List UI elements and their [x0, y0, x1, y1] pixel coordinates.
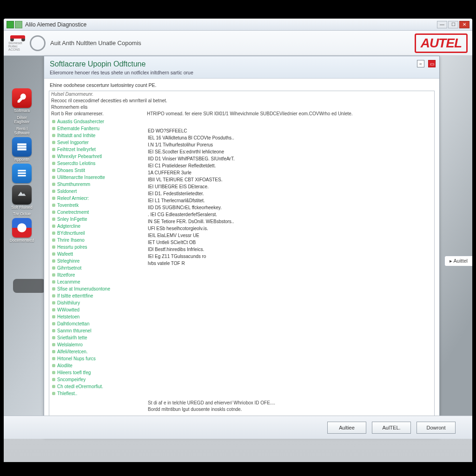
- tree-item[interactable]: Auastis Gndsashercter: [49, 118, 434, 125]
- tree-item-label: Ihittatdt and Inthite: [57, 132, 95, 139]
- sidebar: SoltmaraDilser EagllsterRenti l Sdftware…: [6, 88, 38, 243]
- tree-item[interactable]: Dishithilury: [49, 299, 434, 306]
- tree-item[interactable]: Hileers toefl tfeg: [49, 369, 434, 376]
- button-download[interactable]: Dowront: [416, 422, 456, 434]
- detail-line: IEL 16 VAllidtetuna Bl CCOVte Posduths..: [148, 134, 431, 141]
- detail-line: IEI UI'IBEGRE EIS DEterace.: [148, 183, 431, 190]
- after-detail-1: St di af e in telchle UREGD and ehierver…: [49, 400, 434, 406]
- panel-action-icon[interactable]: ≈: [417, 60, 424, 67]
- tree-item-label: Sfise at Imunerudsontone: [57, 285, 110, 292]
- tree-item[interactable]: Alodlite: [49, 362, 434, 369]
- tree-item-label: Ulilttenarctte Insereotte: [57, 174, 105, 181]
- bullet-icon: [52, 378, 55, 381]
- tree-item[interactable]: Iltzetfore: [49, 271, 434, 278]
- bullet-icon: [52, 266, 55, 270]
- tree-item-label: If tsltte etterrttfine: [57, 292, 93, 299]
- tree-item[interactable]: Ch otedl eOrermorfiut.: [49, 383, 434, 390]
- bullet-icon: [52, 127, 55, 130]
- titlebar: Alilo Alemed Diagnostice — ☐ ✕: [4, 19, 472, 31]
- tree-item-label: Strleghinre: [57, 258, 79, 264]
- update-list-scroll[interactable]: Hulsel Damormeunr. Recooc ril cexecodime…: [49, 91, 434, 433]
- sidebar-item-soft-related[interactable]: Solt Rluised: [9, 185, 34, 210]
- bullet-icon: [52, 336, 55, 339]
- after-detail-2: Bordd mItntibun lgut duosente inoskls co…: [49, 406, 434, 415]
- tree-item-label: WWowtted: [57, 306, 79, 313]
- tree-item-label: Releof Armiecr:: [57, 195, 89, 202]
- bullet-icon: [52, 225, 55, 228]
- close-button[interactable]: ✕: [459, 21, 469, 28]
- sidebar-item-label: Rppontn: [14, 158, 29, 162]
- bullet-icon: [52, 308, 55, 311]
- soft-related-icon: [12, 185, 32, 205]
- tree-item-label: Wafeett: [57, 251, 73, 258]
- button-bar: Aultiee AulTEL. Dowront: [4, 416, 472, 439]
- bullet-icon: [52, 169, 55, 172]
- tree-item[interactable]: Sncompeirfey: [49, 376, 434, 383]
- bullet-icon: [52, 329, 55, 332]
- sidebar-item-reputation[interactable]: Rppontn: [9, 137, 34, 162]
- detail-line: IBII VL TEIRURE CBT XIFOASTES.: [148, 176, 431, 183]
- app-logo-label: Stomeset Rotlec ACONS: [8, 41, 27, 51]
- tree-item[interactable]: Sfise at Imunerudsontone: [49, 285, 434, 292]
- detail-line: IEI D1. Fedestlsteriietedter.: [148, 190, 431, 197]
- tree-item[interactable]: Hetstetoen: [49, 313, 434, 320]
- bullet-icon: [52, 148, 55, 151]
- tree-item[interactable]: Sanmn thturenel: [49, 327, 434, 334]
- tree-item-label: Sanmn thturenel: [57, 327, 91, 334]
- detail-column: ED WO?SFFEELCIEL 16 VAllidtetuna Bl CCOV…: [148, 127, 431, 267]
- panel-close-icon[interactable]: ▭: [428, 60, 436, 67]
- app-logo-icon: Stomeset Rotlec ACONS: [8, 35, 27, 51]
- sidebar-item-label: Soltmara: [14, 109, 30, 113]
- tree-item[interactable]: Dalhtlomctettan: [49, 320, 434, 327]
- tree-item-label: Hessrtu polres: [57, 244, 87, 251]
- bullet-icon: [52, 343, 55, 346]
- tree-item[interactable]: Srietfairlh tette: [49, 334, 434, 341]
- update-panel: Softlacrare Upopin Odftctune Elieromore …: [44, 56, 440, 437]
- window-title: Alilo Alemed Diagnostice: [25, 21, 86, 28]
- tree-item[interactable]: If tsltte etterrttfine: [49, 292, 434, 299]
- tree-item-label: BYdtncrtlureil: [57, 230, 85, 237]
- sidebar-item-software[interactable]: Soltmara: [9, 88, 34, 113]
- bullet-icon: [52, 294, 55, 298]
- button-autel-2[interactable]: AulTEL.: [372, 422, 411, 434]
- detail-line: IEI SE.Scodter Es:ednrthl lehlicteone: [148, 148, 431, 155]
- sidebar-item-bent-software[interactable]: Renti l Sdftware: [9, 126, 34, 135]
- sidebar-item-tor-active[interactable]: Tnr Octue: [9, 211, 34, 216]
- tree-item-label: Ethematde Fanlterru: [57, 125, 99, 132]
- bullet-icon: [52, 231, 55, 235]
- minimize-button[interactable]: —: [437, 21, 447, 28]
- sidebar-item-list[interactable]: [9, 164, 34, 183]
- bullet-icon: [52, 134, 55, 137]
- button-autel-1[interactable]: Aultiee: [327, 422, 366, 434]
- sidebar-item-documented[interactable]: Docementecd: [9, 218, 34, 243]
- tree-item[interactable]: Welslalemro: [49, 341, 434, 348]
- sidebar-item-label: Solt Rluised: [11, 205, 32, 210]
- maximize-button[interactable]: ☐: [448, 21, 458, 28]
- tree-item[interactable]: Lecanmme: [49, 278, 434, 285]
- bullet-icon: [52, 280, 55, 284]
- detail-line: IN SE Tetiore FER. DsOnill. WEBsbstors..: [148, 218, 431, 225]
- sidebar-item-driver-register[interactable]: Dilser Eagllster: [9, 115, 34, 124]
- svg-rect-2: [17, 148, 26, 150]
- bullet-icon: [52, 392, 55, 395]
- pair-right: HTRIPO vomead. fer eiere SUR I0I01/1 Wih…: [145, 111, 355, 117]
- detail-line: IEI Eg Z11 TGulssacunds ro: [148, 253, 431, 260]
- tree-item-label: Sncompeirfey: [57, 376, 86, 383]
- tree-item[interactable]: Alfeli/iteretcen.: [49, 348, 434, 355]
- svg-rect-5: [18, 175, 26, 176]
- detail-line: IET Untleli SCieItCt OB: [148, 239, 431, 246]
- app-body: SoltmaraDilser EagllsterRenti l Sdftware…: [4, 56, 472, 439]
- brand-tab-label: Auittel: [453, 258, 468, 264]
- tree-item-label: Auastis Gndsashercter: [57, 118, 104, 125]
- tree-item[interactable]: WWowtted: [49, 306, 434, 313]
- app-window: Alilo Alemed Diagnostice — ☐ ✕ Stomeset …: [4, 19, 472, 462]
- detail-line: IID D1 Viniser WhifPATSBEG. SIUntfeArT.: [148, 155, 431, 162]
- sidebar-item-label: Docementecd: [10, 238, 34, 243]
- brand-tab[interactable]: ▸ Auittel: [444, 256, 472, 266]
- tree-item-label: Sesercdto Lelotins: [57, 160, 95, 167]
- tree-item-label: Srietfairlh tette: [57, 334, 87, 341]
- detail-line: 1A CUFFERER 3urle: [148, 169, 431, 176]
- tree-item[interactable]: Hrtonel Nups furcs: [49, 355, 434, 362]
- update-list: Hulsel Damormeunr. Recooc ril cexecodime…: [49, 91, 435, 434]
- tree-item[interactable]: Thleflest..: [49, 390, 434, 397]
